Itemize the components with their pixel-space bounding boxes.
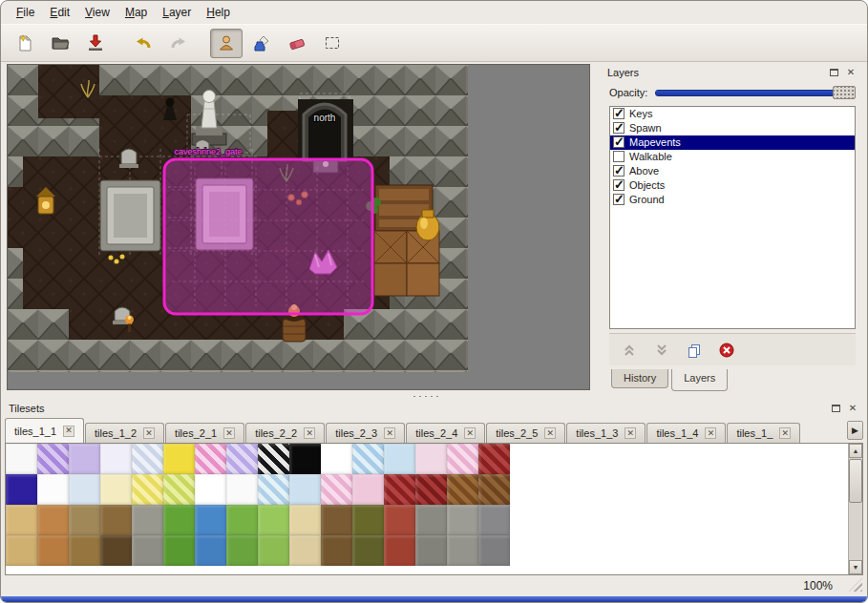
tileset-tab[interactable]: tiles_1_1 ✕ [5,418,84,443]
tabs-scroll-right-button[interactable]: ▶ [847,421,863,440]
tileset-tile[interactable] [478,474,510,505]
delete-layer-button[interactable] [716,340,737,361]
undo-button[interactable] [127,29,159,58]
tileset-tile[interactable] [352,505,384,535]
tileset-tile[interactable] [195,505,226,535]
tileset-tab[interactable]: tiles_1_ ✕ [727,423,800,443]
layer-row-objects[interactable]: Objects [610,178,855,193]
layer-row-walkable[interactable]: Walkable [610,150,855,164]
layer-visibility-checkbox[interactable] [613,165,625,177]
tileset-tile[interactable] [447,535,478,566]
tileset-tile[interactable] [37,505,69,535]
tileset-tile[interactable] [289,474,321,505]
tileset-tile[interactable] [69,535,100,566]
tileset-tile[interactable] [69,505,100,535]
layer-visibility-checkbox[interactable] [613,194,625,205]
scroll-down-button[interactable]: ▼ [849,560,862,574]
tileset-tile[interactable] [6,474,37,505]
tileset-tile[interactable] [478,444,510,474]
tileset-tile[interactable] [6,535,37,566]
menu-edit[interactable]: Edit [42,3,77,22]
tileset-tile[interactable] [447,444,478,474]
duplicate-layer-button[interactable] [684,340,705,361]
menu-layer[interactable]: Layer [155,3,199,22]
map-canvas-area[interactable]: north caveshrine2_gate [7,64,590,390]
tab-close-icon[interactable]: ✕ [304,427,315,439]
tileset-tile[interactable] [384,535,415,566]
tileset-tile[interactable] [352,535,384,566]
tileset-tile[interactable] [6,505,37,535]
open-button[interactable] [44,29,76,58]
tileset-tile[interactable] [37,444,69,474]
tileset-tile[interactable] [415,535,447,566]
new-button[interactable] [9,29,41,58]
tileset-tile[interactable] [37,535,69,566]
select-tool-button[interactable] [316,29,349,58]
layer-visibility-checkbox[interactable] [613,122,625,134]
tileset-tab[interactable]: tiles_2_5 ✕ [486,423,565,443]
raise-layer-button[interactable] [619,340,640,361]
layer-row-spawn[interactable]: Spawn [610,121,855,135]
tileset-tile[interactable] [163,505,195,535]
tab-close-icon[interactable]: ✕ [464,427,476,439]
selection-rectangle[interactable] [164,159,372,314]
layer-row-mapevents[interactable]: Mapevents [610,135,855,150]
tileset-tile[interactable] [226,474,258,505]
tileset-tile[interactable] [478,505,510,535]
layer-visibility-checkbox[interactable] [613,179,625,191]
tileset-tile[interactable] [321,474,352,505]
tileset-tile[interactable] [163,535,195,566]
tileset-tile[interactable] [195,535,226,566]
tileset-tile[interactable] [226,444,258,474]
tab-layers[interactable]: Layers [671,369,728,391]
tileset-tile[interactable] [352,474,384,505]
tileset-tile[interactable] [258,444,289,474]
event-tool-button[interactable] [210,29,243,58]
tileset-tile[interactable] [163,474,195,505]
tileset-tile[interactable] [226,535,258,566]
tileset-tile[interactable] [100,535,132,566]
tileset-tile[interactable] [6,444,37,474]
tileset-tile[interactable] [132,444,163,474]
tileset-tile[interactable] [258,474,289,505]
menu-help[interactable]: Help [199,3,238,22]
float-panel-button[interactable] [827,66,840,79]
tileset-tile[interactable] [132,535,163,566]
tileset-tile[interactable] [289,444,321,474]
tileset-tile[interactable] [447,505,478,535]
eraser-tool-button[interactable] [281,29,313,58]
tab-close-icon[interactable]: ✕ [625,427,636,439]
opacity-slider-handle[interactable] [833,86,856,99]
tileset-tile[interactable] [258,535,289,566]
layer-row-keys[interactable]: Keys [610,107,855,121]
layer-visibility-checkbox[interactable] [613,108,625,119]
layer-row-ground[interactable]: Ground [610,193,855,207]
tileset-tab[interactable]: tiles_1_4 ✕ [646,423,726,443]
tileset-tile[interactable] [163,444,195,474]
tileset-tab[interactable]: tiles_1_3 ✕ [566,423,646,443]
map-canvas[interactable]: north caveshrine2_gate [8,65,468,372]
lower-layer-button[interactable] [651,340,672,361]
opacity-slider[interactable] [655,85,856,100]
tileset-tile[interactable] [478,535,510,566]
layer-visibility-checkbox[interactable] [613,136,625,148]
tab-close-icon[interactable]: ✕ [384,427,395,439]
float-panel-button[interactable] [829,402,842,415]
tileset-tab[interactable]: tiles_2_2 ✕ [245,423,325,443]
tileset-tab[interactable]: tiles_1_2 ✕ [85,423,164,443]
tileset-tile[interactable] [384,474,415,505]
tileset-tile[interactable] [415,444,447,474]
tab-close-icon[interactable]: ✕ [544,427,556,439]
tileset-tile[interactable] [289,505,321,535]
tileset-tile[interactable] [321,535,352,566]
tileset-tile[interactable] [195,474,226,505]
tab-close-icon[interactable]: ✕ [779,427,791,439]
tab-close-icon[interactable]: ✕ [143,427,155,439]
tab-history[interactable]: History [611,369,668,388]
menu-map[interactable]: Map [117,3,155,22]
tileset-tile[interactable] [321,444,352,474]
scrollbar-thumb[interactable] [849,459,862,503]
tileset-tile[interactable] [352,444,384,474]
tileset-tile[interactable] [37,474,69,505]
map-tilesets-splitter[interactable] [1,392,867,400]
